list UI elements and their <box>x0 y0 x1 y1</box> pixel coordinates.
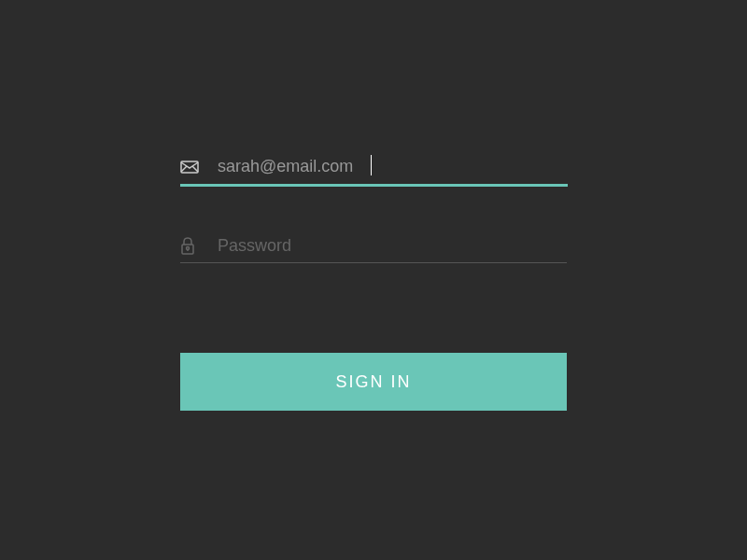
password-field-group <box>180 229 567 263</box>
text-cursor <box>371 155 372 175</box>
email-underline <box>180 184 568 187</box>
lock-icon <box>180 237 218 256</box>
email-icon <box>180 161 218 174</box>
svg-rect-0 <box>181 161 198 173</box>
password-input[interactable] <box>218 229 567 263</box>
password-underline <box>180 262 567 263</box>
login-form: SIGN IN <box>180 149 567 411</box>
signin-button[interactable]: SIGN IN <box>180 353 567 411</box>
email-input[interactable] <box>218 149 567 184</box>
email-field-group <box>180 149 567 184</box>
